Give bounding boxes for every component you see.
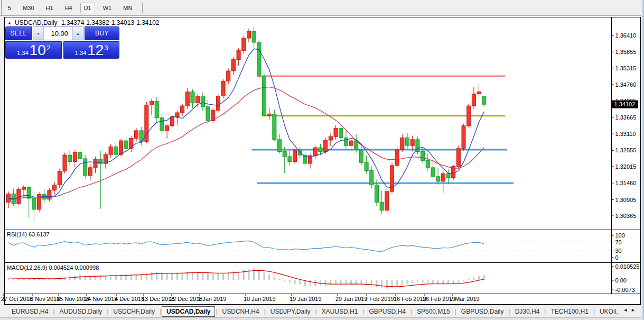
macd-bar [376, 280, 377, 287]
ohlc-high: 1.34382 [86, 19, 109, 26]
chart-symbol-label: USDCAD,Daily [15, 19, 58, 26]
candle-body [242, 38, 246, 51]
macd-bar [166, 273, 168, 280]
macd-bar [314, 280, 316, 286]
candle-body [329, 136, 332, 140]
macd-scale-label: 0.00 [615, 277, 627, 284]
candle-body [319, 148, 322, 151]
macd-bar [8, 278, 10, 280]
candle-body [410, 140, 414, 145]
ohlc-low: 1.34013 [111, 19, 134, 26]
volume-input[interactable] [44, 27, 72, 40]
macd-bar [258, 270, 260, 280]
date-tick-label: 7 Mar 2019 [450, 296, 480, 302]
candle-body [32, 198, 36, 209]
macd-bar [248, 269, 249, 280]
terminal-window: 5M30H1H4D1W1MN 1.364101.358551.353151.34… [0, 0, 644, 320]
macd-bar [284, 280, 285, 281]
candle-body [313, 148, 317, 156]
candle-body [436, 177, 440, 181]
buy-price-sup: 3 [104, 44, 108, 52]
macd-bar [28, 278, 30, 280]
candle-body [68, 155, 72, 161]
sell-price-big: 10 [30, 42, 46, 58]
macd-bar [182, 273, 183, 280]
macd-bar [294, 280, 296, 284]
price-tick-label: 1.35855 [615, 49, 637, 55]
macd-bar [478, 276, 480, 280]
macd-bar [289, 280, 291, 283]
candle-body [27, 187, 31, 198]
macd-bar [207, 273, 209, 280]
macd-bar [243, 270, 245, 280]
candle-body [257, 42, 261, 76]
candle-body [185, 92, 189, 106]
candle-body [201, 96, 204, 107]
ohlc-close: 1.34102 [136, 19, 159, 26]
candle-body [104, 154, 107, 163]
macd-bar [74, 276, 76, 280]
volume-decrease-icon[interactable]: ▼ [33, 27, 44, 40]
buy-price-button[interactable]: 1.34 12 3 [63, 41, 120, 59]
candle-body [370, 171, 374, 185]
candle-body [446, 173, 450, 177]
rsi-scale-label: 30 [615, 248, 622, 254]
sell-price-button[interactable]: 1.34 10 2 [5, 41, 62, 59]
date-tick-label: 4 Dec 2018 [115, 296, 144, 302]
macd-bar [463, 280, 464, 281]
macd-bar [186, 272, 188, 280]
candle-body [181, 106, 184, 113]
rsi-label: RSI(14) 63.6137 [7, 231, 50, 237]
candle-body [441, 173, 445, 181]
candle-body [22, 187, 26, 189]
candle-body [339, 128, 343, 138]
macd-bar [453, 280, 454, 284]
macd-bar [202, 272, 203, 280]
macd-bar [176, 273, 178, 280]
candle-body [263, 76, 266, 115]
rsi-scale-label: 0 [615, 254, 619, 261]
macd-bar [371, 280, 372, 286]
candle-body [472, 94, 475, 106]
buy-button[interactable]: BUY [85, 26, 119, 40]
macd-label: MACD(12,26,9) 0.004524 0.000998 [7, 264, 99, 271]
candle-body [359, 150, 363, 162]
candle-body [456, 149, 460, 167]
candle-body [293, 151, 297, 162]
macd-bar [171, 273, 173, 280]
collapse-icon[interactable]: ▲ [7, 21, 12, 25]
candle-body [375, 185, 378, 203]
candle-body [406, 138, 409, 145]
price-tick-label: 1.36410 [615, 32, 637, 39]
macd-bar [356, 280, 357, 284]
macd-bar [340, 280, 342, 284]
macd-bar [274, 277, 275, 280]
macd-bar [417, 280, 418, 282]
macd-bar [192, 272, 193, 280]
volume-increase-icon[interactable]: ▲ [72, 27, 83, 40]
sell-button[interactable]: SELL [5, 26, 32, 40]
macd-bar [69, 276, 71, 280]
candle-body [273, 114, 276, 140]
candle-body [155, 102, 158, 118]
macd-bar [447, 280, 449, 284]
price-tick-label: 1.31460 [615, 180, 637, 186]
rsi-scale-label: 100 [615, 232, 625, 239]
candle-body [124, 141, 128, 149]
macd-bar [79, 275, 81, 280]
candle-body [334, 128, 338, 136]
price-tick-label: 1.30365 [615, 213, 637, 219]
macd-bar [33, 279, 35, 280]
price-tick-label: 1.34760 [615, 81, 637, 88]
macd-bar [161, 272, 163, 280]
macd-scale-label: 0.010525 [615, 263, 640, 270]
macd-bar [197, 272, 199, 280]
volume-stepper: ▼ ▲ [33, 26, 83, 40]
candle-body [73, 152, 77, 161]
macd-bar [325, 280, 326, 286]
candle-body [58, 171, 61, 185]
candle-body [349, 141, 353, 145]
candle-body [344, 138, 348, 145]
macd-bar [151, 272, 153, 280]
candle-body [114, 147, 118, 154]
